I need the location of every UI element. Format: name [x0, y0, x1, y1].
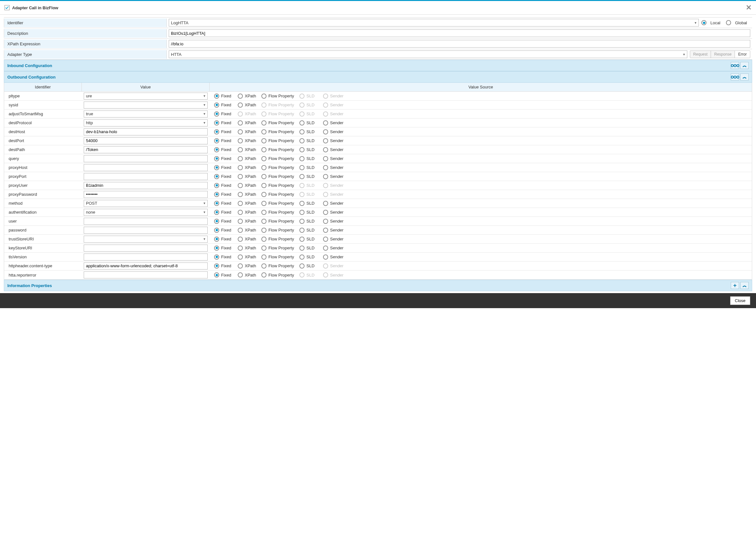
source-fixed-option[interactable]: Fixed — [214, 237, 236, 242]
source-xpath-option[interactable]: XPath — [238, 183, 260, 188]
response-button[interactable]: Response — [711, 51, 735, 58]
adapter-type-select[interactable]: HTTA ▾ — [169, 50, 687, 58]
source-xpath-radio[interactable] — [238, 192, 243, 197]
source-fixed-option[interactable]: Fixed — [214, 192, 236, 197]
source-fixed-radio[interactable] — [214, 272, 219, 277]
source-flow-radio[interactable] — [261, 94, 266, 99]
source-sld-option[interactable]: SLD — [299, 147, 322, 152]
source-sld-option[interactable]: SLD — [299, 210, 322, 215]
source-flow-option[interactable]: Flow Property — [261, 210, 298, 215]
source-flow-option[interactable]: Flow Property — [261, 228, 298, 233]
source-flow-option[interactable]: Flow Property — [261, 174, 298, 179]
source-xpath-radio[interactable] — [238, 156, 243, 161]
source-xpath-radio[interactable] — [238, 237, 243, 242]
source-xpath-option[interactable]: XPath — [238, 228, 260, 233]
source-fixed-radio[interactable] — [214, 156, 219, 161]
source-fixed-radio[interactable] — [214, 246, 219, 251]
source-xpath-radio[interactable] — [238, 246, 243, 251]
source-flow-option[interactable]: Flow Property — [261, 246, 298, 251]
row-value-select[interactable]: http▾ — [84, 119, 208, 126]
source-fixed-radio[interactable] — [214, 228, 219, 233]
close-button[interactable]: Close — [730, 296, 750, 305]
source-sender-option[interactable]: Sender — [323, 246, 345, 251]
source-sld-option[interactable]: SLD — [299, 237, 322, 242]
source-sld-radio[interactable] — [299, 264, 305, 269]
source-xpath-option[interactable]: XPath — [238, 156, 260, 161]
row-value-input[interactable] — [84, 191, 208, 198]
info-props-section-header[interactable]: Information Properties + ︽ — [4, 280, 752, 291]
source-xpath-option[interactable]: XPath — [238, 138, 260, 143]
source-sender-radio[interactable] — [323, 165, 328, 170]
source-sender-radio[interactable] — [323, 255, 328, 260]
row-value-select[interactable]: ure▾ — [84, 93, 208, 100]
source-sld-option[interactable]: SLD — [299, 255, 322, 260]
source-xpath-radio[interactable] — [238, 138, 243, 143]
error-button[interactable]: Error — [735, 51, 750, 58]
source-sender-option[interactable]: Sender — [323, 156, 345, 161]
source-sld-option[interactable]: SLD — [299, 174, 322, 179]
source-flow-radio[interactable] — [261, 272, 266, 277]
source-flow-option[interactable]: Flow Property — [261, 156, 298, 161]
source-sender-radio[interactable] — [323, 156, 328, 161]
source-sender-option[interactable]: Sender — [323, 165, 345, 170]
source-sld-radio[interactable] — [299, 210, 305, 215]
source-fixed-option[interactable]: Fixed — [214, 228, 236, 233]
source-fixed-radio[interactable] — [214, 192, 219, 197]
source-xpath-radio[interactable] — [238, 147, 243, 152]
source-flow-option[interactable]: Flow Property — [261, 192, 298, 197]
source-sld-option[interactable]: SLD — [299, 156, 322, 161]
source-sld-option[interactable]: SLD — [299, 138, 322, 143]
source-fixed-radio[interactable] — [214, 129, 219, 134]
inbound-section-header[interactable]: Inbound Configuration ooo ︽ — [4, 60, 752, 71]
source-fixed-option[interactable]: Fixed — [214, 246, 236, 251]
source-xpath-radio[interactable] — [238, 219, 243, 224]
source-sender-radio[interactable] — [323, 237, 328, 242]
source-sender-option[interactable]: Sender — [323, 138, 345, 143]
source-sender-radio[interactable] — [323, 174, 328, 179]
source-fixed-option[interactable]: Fixed — [214, 165, 236, 170]
source-xpath-option[interactable]: XPath — [238, 264, 260, 269]
source-sender-radio[interactable] — [323, 129, 328, 134]
source-sender-radio[interactable] — [323, 228, 328, 233]
source-flow-radio[interactable] — [261, 165, 266, 170]
source-sender-option[interactable]: Sender — [323, 237, 345, 242]
source-flow-radio[interactable] — [261, 228, 266, 233]
source-flow-radio[interactable] — [261, 246, 266, 251]
source-sender-option[interactable]: Sender — [323, 129, 345, 134]
source-fixed-radio[interactable] — [214, 237, 219, 242]
source-xpath-radio[interactable] — [238, 255, 243, 260]
source-fixed-option[interactable]: Fixed — [214, 94, 236, 99]
outbound-section-header[interactable]: Outbound Configuration ooo ︽ — [4, 71, 752, 83]
source-sld-option[interactable]: SLD — [299, 129, 322, 134]
row-value-select[interactable]: none▾ — [84, 209, 208, 216]
source-flow-radio[interactable] — [261, 138, 266, 143]
row-value-input[interactable] — [84, 182, 208, 189]
source-fixed-option[interactable]: Fixed — [214, 272, 236, 277]
row-value-input[interactable] — [84, 263, 208, 270]
source-fixed-option[interactable]: Fixed — [214, 103, 236, 108]
source-sld-option[interactable]: SLD — [299, 228, 322, 233]
source-sld-radio[interactable] — [299, 156, 305, 161]
row-value-input[interactable] — [84, 146, 208, 153]
source-fixed-radio[interactable] — [214, 112, 219, 116]
source-sld-radio[interactable] — [299, 120, 305, 125]
source-flow-option[interactable]: Flow Property — [261, 183, 298, 188]
source-flow-radio[interactable] — [261, 147, 266, 152]
source-flow-radio[interactable] — [261, 183, 266, 188]
source-sender-radio[interactable] — [323, 120, 328, 125]
row-value-select[interactable]: POST▾ — [84, 200, 208, 207]
source-xpath-option[interactable]: XPath — [238, 147, 260, 152]
row-value-input[interactable] — [84, 128, 208, 135]
description-input[interactable] — [169, 30, 750, 37]
request-button[interactable]: Request — [690, 51, 711, 58]
source-flow-option[interactable]: Flow Property — [261, 147, 298, 152]
source-sender-radio[interactable] — [323, 219, 328, 224]
source-xpath-radio[interactable] — [238, 174, 243, 179]
source-sender-radio[interactable] — [323, 246, 328, 251]
source-fixed-radio[interactable] — [214, 183, 219, 188]
row-value-select[interactable]: ▾ — [84, 102, 208, 109]
source-fixed-radio[interactable] — [214, 174, 219, 179]
source-sender-option[interactable]: Sender — [323, 174, 345, 179]
source-fixed-option[interactable]: Fixed — [214, 120, 236, 125]
source-flow-option[interactable]: Flow Property — [261, 219, 298, 224]
